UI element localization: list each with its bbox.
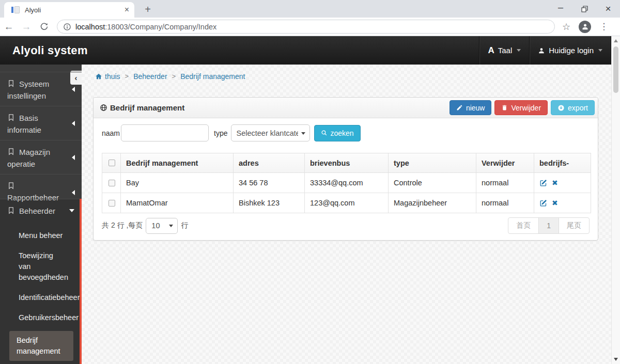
site-info-icon[interactable] (64, 23, 71, 30)
breadcrumb-separator: > (172, 72, 176, 80)
breadcrumb-beheerder[interactable]: Beheerder (133, 72, 167, 81)
chevron-left-icon (72, 155, 75, 160)
row-checkbox[interactable] (109, 180, 115, 186)
chevron-down-icon (301, 132, 305, 135)
url-path: :18003/Company/Company/Index (105, 23, 216, 31)
search-button[interactable]: zoeken (314, 125, 361, 141)
search-row: naam type Selecteer klantcate zoeken (94, 118, 598, 141)
sidebar-item-beheerder[interactable]: Beheerder (0, 199, 80, 221)
tab-title: Alyoli (25, 6, 125, 14)
company-panel: Bedrijf management nieuw Verwijder expor… (93, 97, 598, 241)
sidebar: ‹ Systeem instellingen Basis informatie … (0, 65, 82, 364)
window-restore-button[interactable] (572, 0, 596, 18)
sidebar-active-section: Beheerder Menu beheer Toewijzing van bev… (0, 199, 82, 364)
header-checkbox-cell (102, 153, 121, 173)
sidebar-item-magazijn-operatie[interactable]: Magazijn operatie (0, 140, 82, 174)
table-row: Bay 34 56 78 33334@qq.com Controle norma… (102, 173, 591, 193)
sidebar-item-basis-informatie[interactable]: Basis informatie (0, 106, 82, 140)
chevron-down-icon (517, 49, 521, 52)
type-select[interactable]: Selecteer klantcate (231, 124, 310, 141)
column-header-brievenbus: brievenbus (305, 153, 389, 173)
screen: Alyoli × + – × ← → localhost:18003/Compa… (0, 0, 620, 364)
tab-close-icon[interactable]: × (125, 6, 129, 14)
window-minimize-button[interactable]: – (549, 0, 572, 18)
bookmark-icon (7, 207, 15, 214)
chevron-down-icon (169, 225, 173, 227)
reload-icon[interactable] (35, 19, 53, 35)
export-button[interactable]: export (551, 100, 595, 115)
sidebar-item-label: Beheerder (19, 207, 55, 215)
cell-type: Magazijnbeheer (389, 193, 476, 213)
address-bar[interactable]: localhost:18003/Company/Company/Index (57, 20, 555, 34)
globe-icon (100, 104, 107, 112)
header-right: A Taal Huidige login (479, 36, 611, 65)
browser-tabstrip: Alyoli × + – × (0, 0, 620, 18)
name-input[interactable] (121, 124, 209, 141)
new-tab-button[interactable]: + (141, 3, 155, 17)
pagination: 首页 1 尾页 (508, 217, 590, 234)
language-icon: A (488, 45, 494, 56)
submenu-item-gebruikersbeheer[interactable]: Gebruikersbeheer (0, 308, 80, 328)
window-close-button[interactable]: × (596, 0, 620, 18)
browser-menu-icon[interactable]: ⋮ (599, 21, 608, 32)
bookmark-icon (7, 80, 15, 87)
row-count-suffix: 行 (181, 221, 188, 230)
table-row: MamatOmar Bishkek 123 123@qq.com Magazij… (102, 193, 591, 213)
scrollbar-thumb[interactable] (613, 46, 618, 93)
delete-row-icon[interactable]: ✖ (552, 179, 558, 186)
browser-tab[interactable]: Alyoli × (4, 2, 134, 18)
favicon-icon (11, 6, 20, 14)
home-icon (95, 73, 102, 80)
scroll-up-icon[interactable] (614, 39, 618, 42)
scroll-down-icon[interactable] (614, 358, 618, 361)
pagination-first-button[interactable]: 首页 (508, 217, 539, 234)
chevron-left-icon (72, 121, 75, 126)
url-text: localhost:18003/Company/Company/Index (75, 23, 216, 31)
delete-button-label: Verwijder (511, 104, 541, 112)
type-select-value: Selecteer klantcate (237, 129, 298, 137)
bookmark-star-icon[interactable]: ☆ (562, 21, 570, 33)
breadcrumb-home[interactable]: thuis (95, 72, 120, 81)
app-title: Alyoli system (0, 44, 88, 57)
table-footer: 共 2 行 ,每页 10 行 首页 1 尾页 (102, 217, 590, 234)
new-button-label: nieuw (466, 104, 485, 112)
language-dropdown[interactable]: A Taal (479, 36, 529, 65)
delete-button[interactable]: Verwijder (494, 100, 548, 115)
submenu-item-menu-beheer[interactable]: Menu beheer (0, 226, 80, 246)
breadcrumb-bedrijf-management[interactable]: Bedrijf management (180, 72, 245, 81)
forward-icon[interactable]: → (18, 19, 35, 35)
download-circle-icon (557, 104, 565, 112)
cell-brievenbus: 123@qq.com (305, 193, 389, 213)
login-dropdown[interactable]: Huidige login (529, 36, 611, 65)
edit-icon[interactable] (539, 179, 547, 187)
column-header-type: type (389, 153, 476, 173)
cell-brievenbus: 33334@qq.com (305, 173, 389, 193)
pagination-page-1[interactable]: 1 (538, 217, 559, 234)
pagination-last-button[interactable]: 尾页 (559, 217, 590, 234)
row-checkbox[interactable] (109, 200, 115, 207)
row-count-prefix: 共 2 行 ,每页 (102, 221, 143, 230)
submenu-item-toewijzing-van-bevoegdheden[interactable]: Toewijzing van bevoegdheden (0, 246, 80, 288)
delete-row-icon[interactable]: ✖ (552, 199, 558, 207)
trash-icon (501, 104, 508, 111)
select-all-checkbox[interactable] (109, 160, 115, 166)
back-icon[interactable]: ← (0, 19, 18, 35)
app-header: Alyoli system A Taal Huidige login (0, 36, 611, 65)
page-scrollbar[interactable] (611, 36, 620, 364)
edit-icon[interactable] (539, 199, 547, 207)
sidebar-item-rapportbeheer[interactable]: Rapportbeheer (0, 174, 82, 199)
search-icon (321, 130, 328, 136)
per-page-select[interactable]: 10 (146, 218, 178, 234)
profile-avatar[interactable] (579, 21, 591, 33)
bookmark-icon (7, 182, 15, 189)
submenu-item-bedrijf-management[interactable]: Bedrijf management (9, 331, 73, 361)
sidebar-top: ‹ (0, 65, 82, 72)
sidebar-item-systeem-instellingen[interactable]: Systeem instellingen (0, 72, 82, 106)
panel-title: Bedrijf management (100, 103, 184, 112)
pencil-icon (456, 104, 463, 111)
type-label: type (214, 129, 227, 137)
new-button[interactable]: nieuw (450, 100, 492, 115)
chevron-down-icon (598, 49, 602, 52)
restore-icon (581, 6, 588, 12)
submenu-item-identificatiebeheer[interactable]: Identificatiebeheer (0, 288, 80, 308)
